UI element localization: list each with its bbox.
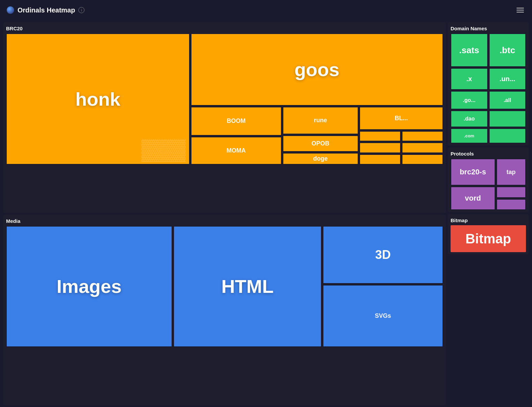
brc20-smalls bbox=[359, 131, 443, 165]
menu-button[interactable] bbox=[515, 6, 525, 14]
protocols-section: Protocols brc20-s tap vord bbox=[448, 147, 529, 212]
right-panel: Domain Names .sats .btc .x .un... . bbox=[448, 22, 529, 405]
media-3d-label: 3D bbox=[375, 248, 391, 262]
bitmap-cell-label: Bitmap bbox=[465, 231, 511, 246]
brc20-treemap: honk ▓▓▓ goos BOOM bbox=[6, 33, 443, 165]
domain-names-grid: .sats .btc .x .un... .go... .all bbox=[451, 33, 526, 143]
media-html-cell[interactable]: HTML bbox=[173, 226, 322, 347]
brc20-rune-cell[interactable]: rune bbox=[283, 107, 358, 135]
domain-com-cell[interactable]: .com bbox=[451, 128, 488, 143]
media-treemap: Images HTML 3D SVGs bbox=[6, 226, 443, 347]
media-svgs-cell[interactable]: SVGs bbox=[323, 285, 443, 347]
brc20-small-1[interactable] bbox=[359, 131, 401, 142]
domain-all-label: .all bbox=[504, 97, 511, 103]
protocol-brc20s-cell[interactable]: brc20-s bbox=[451, 159, 495, 185]
protocols-label: Protocols bbox=[451, 149, 526, 159]
protocols-row2: vord bbox=[451, 186, 526, 210]
brc20-right: goos BOOM MOMA bbox=[191, 33, 443, 165]
brc20-boom-cell[interactable]: BOOM bbox=[191, 107, 282, 136]
brc20-moma-cell[interactable]: MOMA bbox=[191, 137, 282, 165]
brc20-label: BRC20 bbox=[6, 24, 443, 33]
media-3d-cell[interactable]: 3D bbox=[323, 226, 443, 284]
domain-dao-label: .dao bbox=[464, 116, 475, 122]
protocol-sm1-cell[interactable] bbox=[496, 186, 526, 198]
protocol-sm2-cell[interactable] bbox=[496, 199, 526, 210]
media-svgs-label: SVGs bbox=[375, 312, 391, 319]
protocols-row1: brc20-s tap bbox=[451, 159, 526, 185]
brc20-small-5[interactable] bbox=[359, 154, 401, 165]
media-html-label: HTML bbox=[221, 275, 274, 297]
domain-x-cell[interactable]: .x bbox=[451, 68, 488, 90]
domain-x-label: .x bbox=[466, 75, 472, 83]
protocol-vord-cell[interactable]: vord bbox=[451, 186, 495, 210]
main-content: BRC20 honk ▓▓▓ goos bbox=[0, 20, 532, 407]
brc20-small-2[interactable] bbox=[402, 131, 443, 142]
brc20-opob-label: OPOB bbox=[312, 140, 329, 147]
brc20-moma-label: MOMA bbox=[226, 147, 246, 154]
media-images-label: Images bbox=[57, 275, 121, 297]
brc20-small-3[interactable] bbox=[359, 142, 401, 153]
brc20-small-6[interactable] bbox=[402, 154, 443, 165]
domain-empty2-cell[interactable] bbox=[489, 128, 526, 143]
bitmap-section: Bitmap Bitmap bbox=[448, 214, 529, 254]
protocols-grid: brc20-s tap vord bbox=[451, 159, 526, 210]
domain-all-cell[interactable]: .all bbox=[489, 91, 526, 109]
brc20-doge-cell[interactable]: doge bbox=[283, 153, 358, 165]
protocol-brc20s-label: brc20-s bbox=[460, 168, 486, 176]
brc20-rb-left: BOOM MOMA bbox=[191, 107, 282, 165]
protocol-vord-label: vord bbox=[465, 194, 481, 203]
brc20-small-4[interactable] bbox=[402, 142, 443, 153]
left-panel: BRC20 honk ▓▓▓ goos bbox=[3, 22, 446, 405]
domain-names-label: Domain Names bbox=[451, 24, 526, 33]
brc20-honk-cell[interactable]: honk ▓▓▓ bbox=[6, 33, 190, 165]
logo-icon bbox=[7, 6, 14, 14]
protocol-tap-label: tap bbox=[506, 169, 516, 176]
domain-empty1-cell[interactable] bbox=[489, 110, 526, 127]
domain-names-section: Domain Names .sats .btc .x .un... . bbox=[448, 22, 529, 145]
domain-go-cell[interactable]: .go... bbox=[451, 91, 488, 109]
media-right: 3D SVGs bbox=[323, 226, 443, 347]
brc20-doge-label: doge bbox=[313, 155, 328, 162]
brc20-section: BRC20 honk ▓▓▓ goos bbox=[3, 22, 446, 213]
brc20-rb-mid: rune OPOB doge bbox=[283, 107, 358, 165]
domain-go-label: .go... bbox=[463, 97, 475, 103]
watermark: ▓▓▓ bbox=[141, 137, 185, 161]
media-label: Media bbox=[6, 217, 443, 226]
brc20-bl-cell[interactable]: BL... bbox=[359, 107, 443, 130]
brc20-bl-label: BL... bbox=[395, 115, 408, 122]
brc20-rune-label: rune bbox=[314, 117, 327, 124]
domain-sats-label: .sats bbox=[459, 45, 479, 56]
domain-dao-cell[interactable]: .dao bbox=[451, 110, 488, 127]
domain-un-label: .un... bbox=[499, 75, 515, 83]
protocol-right-col bbox=[496, 186, 526, 210]
domain-sats-cell[interactable]: .sats bbox=[451, 33, 488, 67]
media-section: Media Images HTML 3D SVGs bbox=[3, 215, 446, 405]
app-header: Ordinals Heatmap i bbox=[0, 0, 532, 20]
media-images-cell[interactable]: Images bbox=[6, 226, 172, 347]
brc20-right-bot: BOOM MOMA rune OPOB bbox=[191, 107, 443, 165]
brc20-boom-label: BOOM bbox=[227, 117, 246, 125]
brc20-opob-cell[interactable]: OPOB bbox=[283, 135, 358, 151]
domain-un-cell[interactable]: .un... bbox=[489, 68, 526, 90]
header-left: Ordinals Heatmap i bbox=[7, 6, 84, 14]
brc20-honk-label: honk bbox=[75, 88, 120, 110]
brc20-rb-right: BL... bbox=[359, 107, 443, 165]
domain-btc-label: .btc bbox=[500, 45, 515, 56]
protocol-tap-cell[interactable]: tap bbox=[496, 159, 526, 185]
info-icon[interactable]: i bbox=[78, 7, 84, 13]
domain-com-label: .com bbox=[464, 133, 474, 138]
domain-btc-cell[interactable]: .btc bbox=[489, 33, 526, 67]
brc20-goos-label: goos bbox=[294, 59, 340, 80]
app-title: Ordinals Heatmap bbox=[17, 6, 75, 14]
brc20-goos-cell[interactable]: goos bbox=[191, 33, 443, 106]
bitmap-cell[interactable]: Bitmap bbox=[451, 225, 526, 252]
bitmap-label: Bitmap bbox=[451, 216, 526, 225]
